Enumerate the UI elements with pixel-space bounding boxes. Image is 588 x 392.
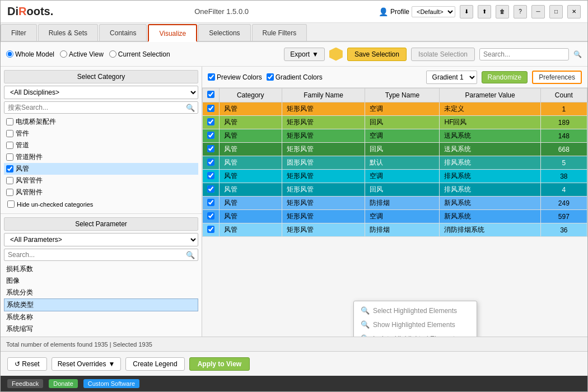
tab-visualize[interactable]: Visualize xyxy=(148,24,197,42)
row-checkbox-9[interactable] xyxy=(207,226,214,233)
current-selection-radio[interactable]: Current Selection xyxy=(109,50,170,58)
gradient-select[interactable]: Gradient 1 xyxy=(426,71,477,84)
whole-model-radio[interactable]: Whole Model xyxy=(6,50,54,58)
row-checkbox-3[interactable] xyxy=(207,145,214,152)
row-checkbox-1[interactable] xyxy=(207,118,214,125)
preview-colors-label[interactable]: Preview Colors xyxy=(208,73,262,81)
reset-button[interactable]: ↺ Reset xyxy=(7,357,47,371)
custom-software-link[interactable]: Custom Software xyxy=(83,379,139,388)
delete-profile-button[interactable]: 🗑 xyxy=(496,5,509,18)
ctx-isolate-highlighted[interactable]: 🔍 Isolate Highlighted Elements xyxy=(354,332,477,337)
disciplines-select[interactable]: <All Disciplines> xyxy=(4,86,198,99)
param-item-1[interactable]: 图像 xyxy=(4,275,198,287)
hide-unchecked-checkbox[interactable] xyxy=(7,200,15,208)
table-row[interactable]: 风管 矩形风管 空调 新风系统 597 xyxy=(203,210,587,223)
row-checkbox-4[interactable] xyxy=(207,158,214,166)
cat-item-3[interactable]: 管道附件 xyxy=(4,151,198,163)
cat-item-6[interactable]: 风管附件 xyxy=(4,186,198,198)
apply-to-view-button[interactable]: Apply to View xyxy=(189,357,250,371)
row-count-1: 189 xyxy=(540,116,587,129)
category-search-input[interactable] xyxy=(4,101,198,114)
category-search-icon: 🔍 xyxy=(186,104,195,112)
create-legend-button[interactable]: Create Legend xyxy=(125,357,184,371)
row-checkbox-8[interactable] xyxy=(207,212,214,220)
row-checkbox-7[interactable] xyxy=(207,199,214,206)
table-row[interactable]: 风管 矩形风管 回风 HF回风 189 xyxy=(203,116,587,129)
export-button[interactable]: Export ▼ xyxy=(284,48,325,61)
th-type-name: Type Name xyxy=(365,88,440,102)
category-list: 电缆桥架配件 管件 管道 管道附件 xyxy=(4,116,198,198)
reset-overrides-button[interactable]: Reset Overrides ▼ xyxy=(52,357,122,371)
save-profile-button[interactable]: ⬇ xyxy=(460,5,473,18)
preview-colors-checkbox[interactable] xyxy=(208,73,215,81)
cat-checkbox-2[interactable] xyxy=(6,142,13,149)
cat-checkbox-0[interactable] xyxy=(6,118,13,125)
cat-checkbox-3[interactable] xyxy=(6,153,13,161)
tab-rule-filters[interactable]: Rule Filters xyxy=(252,24,307,41)
table-row[interactable]: 风管 矩形风管 空调 送风系统 148 xyxy=(203,129,587,143)
help-button[interactable]: ? xyxy=(514,5,527,18)
table-row[interactable]: 风管 矩形风管 空调 排风系统 38 xyxy=(203,170,587,183)
cat-item-2[interactable]: 管道 xyxy=(4,139,198,151)
param-search-icon: 🔍 xyxy=(186,251,195,259)
row-checkbox-2[interactable] xyxy=(207,132,214,139)
tab-rules-sets[interactable]: Rules & Sets xyxy=(38,24,98,41)
row-category-4: 风管 xyxy=(220,156,282,170)
param-item-2[interactable]: 系统分类 xyxy=(4,287,198,298)
row-checkbox-6[interactable] xyxy=(207,185,214,193)
parameters-select[interactable]: <All Parameters> xyxy=(4,233,198,246)
ctx-select-highlighted[interactable]: 🔍 Select Highlighted Elements xyxy=(354,304,477,318)
cat-checkbox-1[interactable] xyxy=(6,130,13,137)
main-search-input[interactable] xyxy=(479,48,569,60)
preferences-button[interactable]: Preferences xyxy=(532,71,582,84)
cat-item-5[interactable]: 风管管件 xyxy=(4,175,198,186)
tab-contains[interactable]: Contains xyxy=(99,24,147,41)
cat-checkbox-6[interactable] xyxy=(6,189,13,196)
tab-selections[interactable]: Selections xyxy=(198,24,250,41)
row-count-9: 36 xyxy=(540,223,587,237)
row-checkbox-0[interactable] xyxy=(207,105,214,112)
cat-item-0[interactable]: 电缆桥架配件 xyxy=(4,116,198,128)
randomize-button[interactable]: Randomize xyxy=(482,71,528,83)
donate-link[interactable]: Donate xyxy=(49,379,77,388)
row-param-8: 新风系统 xyxy=(440,210,540,223)
row-checkbox-5[interactable] xyxy=(207,172,214,179)
table-row[interactable]: 风管 矩形风管 防排烟 新风系统 249 xyxy=(203,197,587,210)
param-item-0[interactable]: 损耗系数 xyxy=(4,263,198,275)
param-item-5[interactable]: 系统缩写 xyxy=(4,323,198,333)
restore-button[interactable]: □ xyxy=(549,5,563,18)
cat-item-4[interactable]: 风管 xyxy=(4,163,198,175)
table-row[interactable]: 风管 矩形风管 空调 未定义 1 xyxy=(203,102,587,116)
load-profile-button[interactable]: ⬆ xyxy=(478,5,491,18)
minimize-button[interactable]: ─ xyxy=(531,5,545,18)
close-button[interactable]: ✕ xyxy=(567,5,581,18)
row-family-8: 矩形风管 xyxy=(282,210,365,223)
scope-radio-group: Whole Model Active View Current Selectio… xyxy=(6,50,170,58)
row-checkbox-cell-3 xyxy=(203,143,220,156)
ctx-show-highlighted[interactable]: 🔍 Show Highlighted Elements xyxy=(354,318,477,332)
table-row[interactable]: 风管 矩形风管 回风 送风系统 668 xyxy=(203,143,587,156)
save-selection-button[interactable]: Save Selection xyxy=(347,48,407,61)
th-family-name: Family Name xyxy=(282,88,365,102)
feedback-link[interactable]: Feedback xyxy=(7,379,43,388)
table-row[interactable]: 风管 矩形风管 回风 排风系统 4 xyxy=(203,183,587,197)
cat-item-1[interactable]: 管件 xyxy=(4,128,198,139)
cat-checkbox-5[interactable] xyxy=(6,177,13,184)
param-search-input[interactable] xyxy=(4,249,198,261)
gradient-colors-label[interactable]: Gradient Colors xyxy=(267,73,323,81)
param-item-3[interactable]: 系统类型 xyxy=(4,298,198,311)
th-checkbox xyxy=(203,88,220,102)
gradient-colors-checkbox[interactable] xyxy=(267,73,274,81)
active-view-radio[interactable]: Active View xyxy=(60,50,104,58)
tab-filter[interactable]: Filter xyxy=(1,24,37,41)
hide-unchecked-label[interactable]: Hide un-checked categories xyxy=(4,198,198,210)
param-item-4[interactable]: 系统名称 xyxy=(4,311,198,323)
table-row[interactable]: 风管 矩形风管 防排烟 消防排烟系统 36 xyxy=(203,223,587,237)
table-row[interactable]: 风管 圆形风管 默认 排风系统 5 xyxy=(203,156,587,170)
search-icon-ctx-2: 🔍 xyxy=(361,320,370,329)
profile-select[interactable]: <Default> xyxy=(412,6,455,17)
cat-checkbox-4[interactable] xyxy=(6,165,13,172)
main-content: Select Category <All Disciplines> 🔍 电缆桥架… xyxy=(1,67,587,337)
select-all-checkbox[interactable] xyxy=(207,91,214,98)
isolate-selection-button[interactable]: Isolate Selection xyxy=(411,48,475,61)
